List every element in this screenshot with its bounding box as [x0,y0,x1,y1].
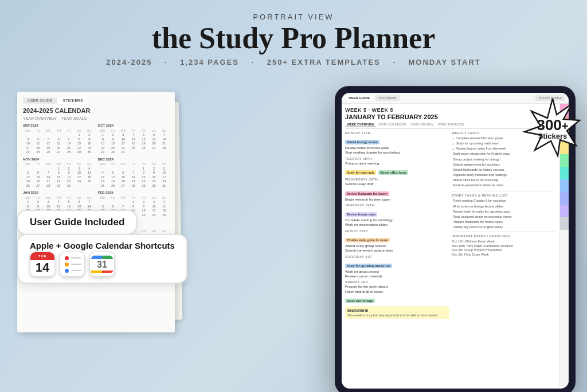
important-event-1: Midterm Exam Week [465,240,495,243]
day-monday: MONDAY 27TH Attend biology lecture Revie… [345,131,449,155]
study-task-text-6: Outline key points for English essay [453,225,503,229]
friday-task3: Submit homework assignments [345,248,449,253]
weekly-task-9: Attend office hours for extra help [452,178,556,182]
tablet-nav-finances[interactable]: WEEK FINANCES [436,122,466,127]
reminder-row-3 [65,269,81,273]
day-sunday: SUNDAY 2ND Prepare for the week ahead Fi… [345,280,449,304]
important-item-3: Sep 9th Group Project Presentation [452,248,556,252]
portrait-view-label: PORTRAIT VIEW [0,13,587,21]
weekly-task-text-2: Study for upcoming math exam [456,142,499,146]
mini-cal-oct: OCT 2024 MOTUWETHFRSASU 1234567 89101112… [98,124,170,154]
thursday-task3: Work on presentation slides [345,222,449,227]
monday-label: MONDAY 27TH [345,131,449,135]
tab-strip-blue[interactable] [560,179,569,192]
saturday-task1: Study for upcoming history test [345,264,392,268]
reminder-row-1 [65,256,81,260]
gcal-green [102,256,113,259]
thursday-label: THURSDAY 30TH [345,203,449,207]
tablet-nav-review[interactable]: WEEK REVIEW [409,122,435,127]
sep1: · [165,58,171,66]
wednesday-task3: Begin research for term paper [345,197,449,202]
thursday-task2: Complete reading for sociology [345,218,449,222]
mini-calendars-top: SEP 2024 MOTUWETHFRSASU 12 3456789 10111… [23,124,169,154]
tuesday-task3: Attend office hours [378,170,409,175]
paper-tab-stickers: STICKERS [58,97,88,104]
tuesday-task1: Group project meeting [345,161,449,166]
calendar-icon-group: TUE 14 [30,252,175,277]
brainstorm-note: brainstorm This week is busy but stay or… [345,306,449,319]
reminder-line-1 [71,257,81,258]
important-date-2: Nov 16th [452,244,465,248]
study-task-text-4: Read assigned article on economic theory [453,215,511,219]
study-task-3: Review math formulas for upcoming quiz [452,210,556,214]
calendar-shortcuts-badge: Apple + Google Calendar Shortcuts TUE 14 [17,234,187,284]
tablet-nav-calendar[interactable]: WEEK CALENDAR [377,122,408,127]
tab-strip-purple[interactable] [560,205,569,217]
tablet-left-col: MONDAY 27TH Attend biology lecture Revie… [345,131,449,319]
friday-task2: Attend study group session [345,244,449,248]
check-icon-2: ✓ [452,142,455,146]
reminder-dot-orange [65,262,69,266]
check-icon-1: ✓ [452,137,455,140]
sticker-text: Stickers [538,132,568,140]
check-icon-3: ✓ [452,147,455,151]
important-item-2: Nov 16th Term Paper Submission Deadline [452,244,556,248]
day-thursday: THURSDAY 30TH Review lecture notes Compl… [345,203,449,228]
study-task-4: Read assigned article on economic theory [452,215,556,219]
study-task-2: Write notes on biology lecture slides [452,205,556,209]
year-label: 2024-2025 [106,58,152,66]
tab-strip-indigo[interactable] [560,192,569,205]
day-tuesday: TUESDAY 28TH Group project meeting Study… [345,157,449,176]
reminder-dot-red [65,256,69,260]
tuesday-label: TUESDAY 28TH [345,157,449,160]
day-wednesday: WEDNESDAY 29TH Submit essay draft Review… [345,178,449,202]
gcal-content: 31 [91,253,113,275]
weekly-task-text-7: Create flashcards for history revision [453,168,504,172]
section-divider [452,191,556,191]
important-date-4: Dec 5th [452,253,463,256]
monday-task2: Review notes from last week [345,146,449,150]
mini-cal-dec: DEC 2024 MOTUWETHFRSASU 123 45678910 111… [98,158,170,188]
sunday-task2: Finish final draft of essay [345,289,449,294]
monday-task3: Start reading chapter for psychology [345,150,449,155]
tab-strip-gray[interactable] [560,217,569,230]
weekly-task-text-1: Complete research for term paper [456,136,503,140]
calendar-day-label: TUE [30,252,54,260]
study-task-5: Prepare flashcards for history dates [452,220,556,224]
calendar-badge-text-col: Apple + Google Calendar Shortcuts TUE 14 [30,241,175,277]
user-guide-label: User Guide Included [30,217,124,228]
page-container: PORTRAIT VIEW the Study Pro Planner 2024… [0,0,587,392]
weekly-task-7: Create flashcards for history revision [452,168,556,172]
tablet-nav-overview[interactable]: WEEK OVERVIEW [345,122,376,127]
gcal-top-bar [91,256,113,259]
paper-tab-userguide: USER GUIDE [23,97,57,104]
monday-task1: Attend biology lecture [345,140,379,144]
tab-strip-teal[interactable] [560,167,569,179]
calendar-shortcuts-label: Apple + Google Calendar Shortcuts [30,241,175,250]
study-task-1: Finish reading Chapter 6 for sociology [452,199,556,203]
gcal-blue [91,256,102,259]
important-date-1: Oct 10th [452,240,464,243]
wednesday-task2: Review flashcards for history [345,191,389,196]
wednesday-label: WEDNESDAY 29TH [345,178,449,181]
reminder-row-2 [65,262,81,266]
gcal-yellow [91,271,102,273]
calendar-title: 2024-2025 CALENDAR [23,107,169,114]
important-item-4: Dec 5th Final Exam Week [452,253,556,256]
important-item-1: Oct 10th Midterm Exam Week [452,240,556,243]
friday-label: FRIDAY 31ST [345,229,449,233]
reminder-line-3 [71,270,81,271]
start-label: MONDAY START [408,58,480,66]
sep2: · [252,58,258,66]
sep3: · [393,58,399,66]
tablet-tab-stickers[interactable]: STICKERS [375,95,400,101]
wednesday-task1: Submit essay draft [345,182,449,186]
day-friday: FRIDAY 31ST Finalize study guide for exa… [345,229,449,253]
weekly-task-10: Finalize presentation slides for class [452,183,556,187]
weekly-task-text-8: Organize study materials and readings [453,173,507,177]
gcal-date: 31 [97,260,107,269]
saturday-task3: Review course materials [345,274,449,279]
tablet-tab-userguide[interactable]: USER GUIDE [345,95,373,101]
reminder-dot-blue [65,269,69,273]
subtitle-row: 2024-2025 · 1,234 PAGES · 250+ EXTRA TEM… [0,58,587,66]
